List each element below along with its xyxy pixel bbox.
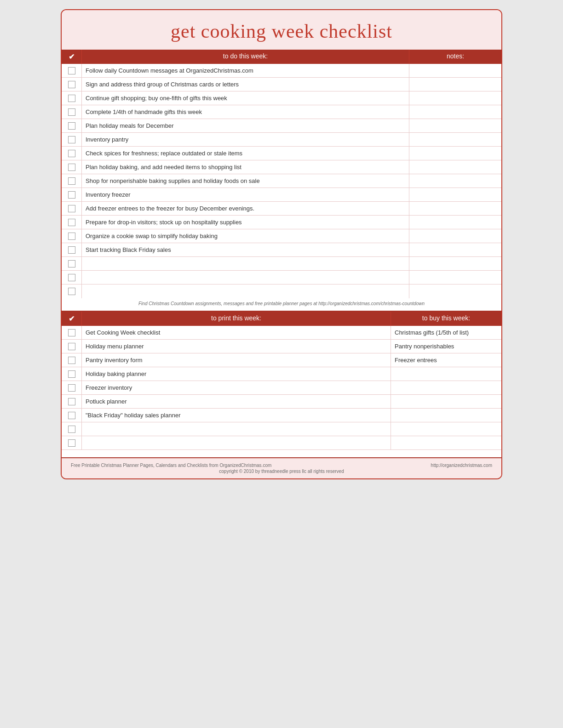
check-cell (62, 284, 82, 298)
table-row: Pantry inventory form Freezer entrees (62, 353, 501, 367)
task-cell (82, 284, 409, 298)
todo-list: Follow daily Countdown messages at Organ… (62, 64, 501, 298)
check-cell (62, 381, 82, 394)
top-header-todo: to do this week: (82, 50, 409, 64)
print-cell: Holiday menu planner (82, 340, 391, 353)
checkbox[interactable] (68, 164, 75, 171)
notes-cell (409, 284, 501, 298)
table-row (62, 257, 501, 271)
print-list: Get Cooking Week checklist Christmas gif… (62, 326, 501, 450)
task-cell: Sign and address third group of Christma… (82, 78, 409, 91)
checkbox[interactable] (68, 412, 75, 419)
checkbox[interactable] (68, 81, 75, 88)
table-row (62, 271, 501, 284)
print-cell (82, 422, 391, 436)
check-cell (62, 91, 82, 105)
checkbox[interactable] (68, 136, 75, 143)
check-cell (62, 133, 82, 146)
check-cell (62, 340, 82, 353)
checkbox[interactable] (68, 370, 75, 378)
top-header-notes: notes: (409, 50, 501, 64)
checkbox[interactable] (68, 122, 75, 130)
buy-cell (391, 422, 501, 436)
table-row: Check spices for freshness; replace outd… (62, 147, 501, 160)
checkbox[interactable] (68, 288, 75, 295)
print-cell: Potluck planner (82, 395, 391, 408)
checkbox[interactable] (68, 274, 75, 281)
check-cell (62, 409, 82, 422)
top-header-row: ✔ to do this week: notes: (62, 50, 501, 64)
print-cell: Pantry inventory form (82, 353, 391, 367)
table-row: Shop for nonperishable baking supplies a… (62, 174, 501, 188)
footer-bottom-line: copyright © 2010 by threadneedle press l… (71, 469, 492, 474)
notes-cell (409, 64, 501, 77)
checkbox[interactable] (68, 219, 75, 226)
footer-right: http://organizedchristmas.com (431, 463, 492, 468)
table-row: Holiday baking planner (62, 367, 501, 381)
checkbox[interactable] (68, 384, 75, 392)
task-cell: Add freezer entrees to the freezer for b… (82, 202, 409, 215)
bottom-header-buy: to buy this week: (391, 312, 501, 326)
notes-cell (409, 160, 501, 174)
check-cell (62, 257, 82, 270)
table-row: Holiday menu planner Pantry nonperishabl… (62, 340, 501, 353)
top-section: ✔ to do this week: notes: Follow daily C… (62, 50, 501, 311)
check-cell (62, 367, 82, 381)
buy-cell (391, 395, 501, 408)
task-cell: Plan holiday baking, and add needed item… (82, 160, 409, 174)
check-cell (62, 188, 82, 201)
print-cell: Get Cooking Week checklist (82, 326, 391, 339)
task-cell: Shop for nonperishable baking supplies a… (82, 174, 409, 188)
table-row: Follow daily Countdown messages at Organ… (62, 64, 501, 78)
bottom-header-check: ✔ (62, 312, 82, 326)
check-cell (62, 119, 82, 132)
bottom-header-print: to print this week: (82, 312, 391, 326)
notes-cell (409, 133, 501, 146)
notes-cell (409, 174, 501, 188)
check-cell (62, 229, 82, 243)
table-row: Inventory pantry (62, 133, 501, 147)
checkbox[interactable] (68, 426, 75, 433)
print-cell: Holiday baking planner (82, 367, 391, 381)
check-cell (62, 160, 82, 174)
checkbox[interactable] (68, 67, 75, 74)
task-cell: Prepare for drop-in visitors; stock up o… (82, 216, 409, 229)
check-cell (62, 353, 82, 367)
checkbox[interactable] (68, 260, 75, 267)
buy-cell: Freezer entrees (391, 353, 501, 367)
table-row: Continue gift shopping; buy one-fifth of… (62, 91, 501, 105)
task-cell: Follow daily Countdown messages at Organ… (82, 64, 409, 77)
checkbox[interactable] (68, 95, 75, 102)
checkbox[interactable] (68, 357, 75, 364)
check-cell (62, 326, 82, 339)
buy-cell: Pantry nonperishables (391, 340, 501, 353)
check-cell (62, 271, 82, 284)
checkbox[interactable] (68, 329, 75, 336)
checkbox[interactable] (68, 398, 75, 405)
notes-cell (409, 91, 501, 105)
footer-bottom: copyright © 2010 by threadneedle press l… (219, 469, 344, 474)
task-cell: Plan holiday meals for December (82, 119, 409, 132)
notes-cell (409, 202, 501, 215)
print-cell: Freezer inventory (82, 381, 391, 394)
checkbox[interactable] (68, 439, 75, 447)
checkbox[interactable] (68, 343, 75, 350)
checkbox[interactable] (68, 108, 75, 116)
checkbox[interactable] (68, 177, 75, 185)
task-cell: Continue gift shopping; buy one-fifth of… (82, 91, 409, 105)
table-row: Sign and address third group of Christma… (62, 78, 501, 91)
bottom-spacer (62, 450, 501, 457)
table-row (62, 422, 501, 436)
checkbox[interactable] (68, 150, 75, 157)
checkbox[interactable] (68, 233, 75, 240)
notes-cell (409, 119, 501, 132)
check-cell (62, 395, 82, 408)
checkbox[interactable] (68, 246, 75, 254)
notes-cell (409, 216, 501, 229)
task-cell: Start tracking Black Friday sales (82, 243, 409, 256)
checkbox[interactable] (68, 205, 75, 212)
checkbox[interactable] (68, 191, 75, 199)
page: get cooking week checklist ✔ to do this … (61, 9, 502, 479)
buy-cell (391, 367, 501, 381)
table-row: Start tracking Black Friday sales (62, 243, 501, 257)
